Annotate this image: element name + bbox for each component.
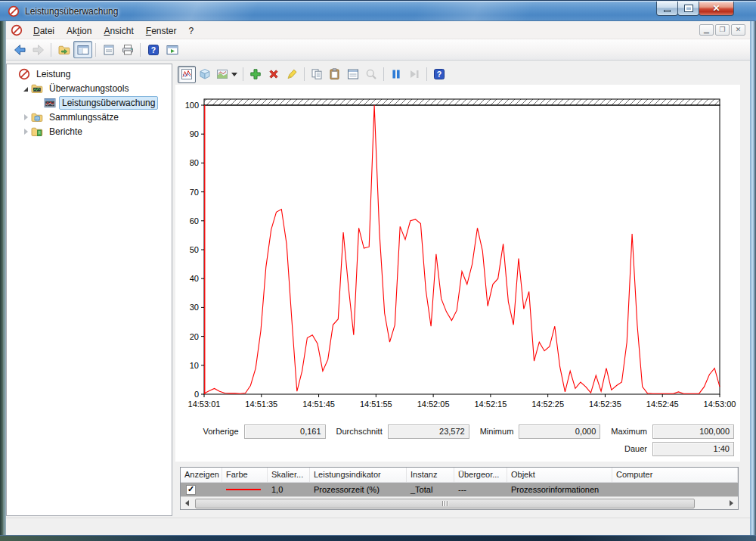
toolbar-separator	[51, 43, 51, 57]
column-header-leistungsindikator[interactable]: Leistungsindikator	[310, 468, 407, 482]
view-current-activity-icon	[181, 68, 193, 80]
perfmon-app-icon	[8, 5, 20, 17]
forward-icon	[33, 44, 45, 56]
tree-item-label: Überwachungstools	[46, 82, 132, 95]
export-folder-button[interactable]	[54, 41, 73, 58]
view-current-activity-button[interactable]	[178, 66, 196, 83]
minimum-value: 0,000	[519, 424, 600, 439]
paste-counter-list-button[interactable]	[326, 66, 344, 83]
menu-aktion[interactable]: Aktion	[60, 23, 98, 39]
cell-computer	[612, 483, 738, 496]
print-icon	[122, 44, 134, 56]
highlight-icon	[286, 68, 298, 80]
expander-collapsed-icon[interactable]	[23, 112, 31, 123]
scroll-grip-icon	[445, 501, 445, 506]
cell-leistungsindikator: Prozessorzeit (%)	[310, 483, 407, 496]
view-log-data-button[interactable]	[196, 66, 214, 83]
help-button[interactable]: ?	[144, 41, 163, 58]
column-header-bergeor[interactable]: Übergeor...	[454, 468, 507, 482]
help-button[interactable]: ?	[430, 66, 448, 83]
delete-button[interactable]	[265, 66, 283, 83]
copy-properties-button[interactable]	[308, 66, 326, 83]
axis-tick-label: 60	[190, 216, 199, 225]
export-folder-icon	[58, 44, 70, 56]
cell-skalierung: 1,0	[268, 483, 310, 496]
window-title: Leistungsüberwachung	[25, 6, 118, 17]
expander-expanded-icon[interactable]	[23, 83, 31, 94]
tree-item-label: Leistung	[33, 67, 73, 81]
new-window-button[interactable]	[163, 41, 181, 58]
view-log-data-icon	[199, 68, 211, 80]
chart-type-button[interactable]	[214, 66, 240, 83]
expander-collapsed-icon[interactable]	[23, 126, 31, 137]
properties-window-button[interactable]	[99, 41, 118, 58]
print-button[interactable]	[118, 41, 137, 58]
column-header-anzeigen[interactable]: Anzeigen	[181, 468, 222, 482]
maximum-value: 100,000	[652, 424, 734, 439]
axis-tick-label: 40	[190, 274, 199, 283]
minimize-icon	[664, 10, 671, 12]
column-header-objekt[interactable]: Objekt	[507, 468, 612, 482]
scroll-left-button[interactable]	[181, 497, 194, 509]
help-icon: ?	[433, 68, 445, 80]
properties-button[interactable]	[344, 66, 362, 83]
legend-counter-row[interactable]: ✓1,0Prozessorzeit (%)_Total---Prozessori…	[181, 483, 738, 496]
title-bar[interactable]: Leistungsüberwachung ✕	[0, 0, 756, 21]
child-restore-button[interactable]: ❐	[715, 24, 730, 36]
axis-tick-label: 14:51:55	[360, 400, 392, 409]
counter-legend-table: AnzeigenFarbeSkalier...Leistungsindikato…	[180, 467, 739, 510]
column-header-skalier[interactable]: Skalier...	[268, 468, 310, 482]
axis-tick-label: 14:51:45	[302, 400, 335, 409]
tree-item-leistungs-berwachung[interactable]: Leistungsüberwachung	[7, 95, 172, 110]
menu-help[interactable]: ?	[182, 23, 200, 39]
axis-tick-label: 0	[194, 390, 199, 399]
toolbar-separator	[426, 67, 427, 81]
zoom-button	[362, 66, 380, 83]
child-close-button[interactable]: ✕	[731, 24, 745, 36]
performance-line-chart[interactable]: 100908070605040302010014:53:0114:51:3514…	[177, 86, 739, 424]
column-header-farbe[interactable]: Farbe	[222, 468, 268, 482]
maximum-label: Maximum	[600, 427, 652, 436]
tree-item--berwachungstools[interactable]: Überwachungstools	[7, 81, 172, 95]
delete-icon	[268, 68, 280, 80]
scroll-left-arrow-icon	[185, 500, 189, 506]
minimize-button[interactable]	[656, 2, 678, 16]
chart-toolbar: ?	[176, 64, 745, 84]
maximize-button[interactable]	[677, 2, 699, 16]
menu-ansicht[interactable]: Ansicht	[98, 23, 139, 39]
child-window-controls: ▁ ❐ ✕	[699, 24, 745, 36]
child-minimize-button[interactable]: ▁	[699, 24, 714, 36]
duration-value: 1:40	[652, 442, 734, 456]
tree-item-berichte[interactable]: Berichte	[7, 124, 172, 138]
window-controls: ✕	[657, 2, 734, 16]
axis-tick-label: 90	[190, 129, 199, 138]
scroll-right-button[interactable]	[725, 497, 738, 509]
show-hide-console-tree-button[interactable]	[73, 41, 92, 58]
axis-tick-label: 14:52:35	[589, 400, 621, 409]
menu-fenster[interactable]: Fenster	[140, 23, 183, 39]
close-button[interactable]: ✕	[699, 2, 734, 16]
folder-tools-icon	[31, 82, 44, 95]
axis-tick-label: 100	[185, 101, 199, 110]
menu-datei[interactable]: Datei	[27, 23, 60, 39]
column-header-instanz[interactable]: Instanz	[407, 468, 454, 482]
main-toolbar: ?	[6, 39, 750, 61]
forward-button	[29, 41, 48, 58]
highlight-button[interactable]	[283, 66, 301, 83]
add-counter-button[interactable]	[246, 66, 265, 83]
toolbar-separator	[304, 67, 305, 81]
perfmon-menu-icon	[11, 24, 23, 36]
freeze-display-button[interactable]	[387, 66, 405, 83]
show-counter-checkbox[interactable]: ✓	[186, 485, 196, 495]
back-button[interactable]	[10, 41, 29, 58]
window-frame-right	[750, 21, 756, 535]
menu-bar: DateiAktionAnsichtFenster? ▁ ❐ ✕	[6, 21, 750, 39]
column-header-computer[interactable]: Computer	[612, 468, 738, 482]
paste-counter-list-icon	[329, 68, 341, 80]
show-hide-console-tree-icon	[77, 44, 89, 56]
h-scrollbar[interactable]	[181, 496, 738, 509]
scroll-thumb[interactable]	[195, 499, 695, 508]
tree-item-sammlungss-tze[interactable]: Sammlungssätze	[7, 110, 172, 124]
tree-item-leistung[interactable]: Leistung	[7, 67, 172, 81]
axis-tick-label: 70	[190, 188, 199, 197]
